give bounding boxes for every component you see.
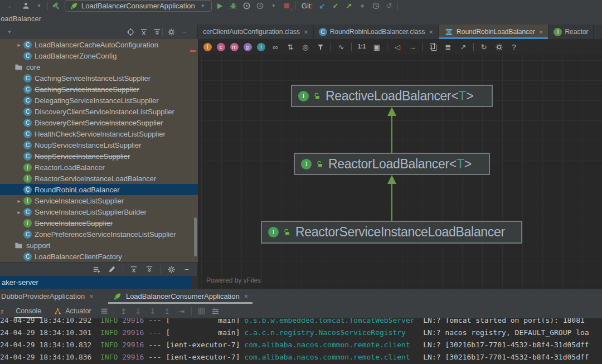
scroll-to-end-icon[interactable]: ↧ <box>148 306 158 316</box>
service-item[interactable]: aker-server <box>0 276 192 289</box>
tree-item-serviceinstancelistsupplierbuilder[interactable]: ▸CServiceInstanceListSupplierBuilder <box>0 206 198 217</box>
tree-item-delegatingserviceinstancelistsupplier[interactable]: CDelegatingServiceInstanceListSupplier <box>0 95 198 106</box>
diagram-node-reactorserviceinstanceloadbalancer[interactable]: IReactorServiceInstanceLoadBalancer <box>261 221 522 244</box>
show-properties-button[interactable]: p <box>244 43 252 51</box>
hide-icon[interactable]: − <box>182 264 192 274</box>
play-icon[interactable] <box>215 1 225 11</box>
user-icon[interactable] <box>21 1 31 11</box>
filter-icon[interactable] <box>315 42 326 52</box>
editor-tab-cerclientautoconfiguration-class[interactable]: cerClientAutoConfiguration.class× <box>198 25 314 39</box>
locate-icon[interactable] <box>125 27 135 37</box>
sort-icon[interactable]: ⇅ <box>285 42 295 52</box>
editor-tab-roundrobinloadbalancer-class[interactable]: CRoundRobinLoadBalancer.class× <box>314 25 439 39</box>
tree-item-roundrobinloadbalancer[interactable]: CRoundRobinLoadBalancer <box>0 184 198 195</box>
expand-all-icon[interactable] <box>152 27 162 37</box>
close-icon[interactable]: × <box>539 28 543 36</box>
chevron-down-icon[interactable]: ▾ <box>34 1 44 11</box>
close-icon[interactable]: × <box>89 293 94 300</box>
profiler-icon[interactable] <box>255 1 265 11</box>
console-tab-console[interactable]: Console <box>12 304 45 318</box>
tree-item-cachingserviceinstancesupplier[interactable]: CCachingServiceInstanceSupplier <box>0 84 198 95</box>
tree-item-reactorserviceinstanceloadbalancer[interactable]: IReactorServiceInstanceLoadBalancer <box>0 173 198 184</box>
diagram-canvas[interactable]: Powered by yFiles IReactiveLoadBalancer<… <box>198 55 602 289</box>
show-fields-button[interactable]: f <box>203 43 212 51</box>
export-icon[interactable]: ↗ <box>458 42 468 52</box>
chevron-right-icon[interactable]: ▸ <box>14 209 23 215</box>
refresh-icon[interactable]: ↻ <box>479 42 489 52</box>
diagram-node-reactorloadbalancer[interactable]: IReactorLoadBalancer<T> <box>294 153 490 175</box>
grid-icon[interactable] <box>196 306 206 316</box>
scope-list-icon[interactable]: ≣ <box>443 42 453 52</box>
breadcrumb[interactable]: oadBalancer <box>0 14 41 23</box>
scroll-down-icon[interactable]: ↧ <box>133 306 143 316</box>
edit-icon[interactable] <box>107 264 117 274</box>
tree-item-discoveryclientserviceinstancesupplier[interactable]: CDiscoveryClientServiceInstanceSupplier <box>0 117 198 128</box>
chevron-down-icon[interactable]: ▾ <box>4 27 14 37</box>
show-methods-button[interactable]: m <box>230 43 239 51</box>
run-tab-loadbalancerconsumerapplication[interactable]: LoadBalancerConsumerApplication× <box>108 289 253 304</box>
gear-icon[interactable] <box>166 264 176 274</box>
tree-item-cachingserviceinstancelistsupplier[interactable]: CCachingServiceInstanceListSupplier <box>0 72 198 84</box>
run-configuration-select[interactable]: LoadBalancerConsumerApplication▾ <box>65 0 212 12</box>
run-tab-dubboproviderapplication[interactable]: DubboProviderApplication× <box>0 289 98 304</box>
tree-scrollbar[interactable] <box>194 217 197 256</box>
help-icon[interactable]: ? <box>509 42 519 52</box>
stop-icon[interactable] <box>282 1 292 11</box>
forward-icon[interactable]: → <box>3 1 13 11</box>
zoom-search-icon[interactable]: ◎ <box>300 42 310 52</box>
soft-wrap-icon[interactable]: ⇥ <box>177 306 187 316</box>
close-icon[interactable]: × <box>244 293 249 300</box>
tree-item-loadbalancerclientfactory[interactable]: CLoadBalancerClientFactory <box>0 251 198 262</box>
console-log[interactable]: 24-04-29 18:34:10.292 INFO 29916 --- [ m… <box>0 318 602 364</box>
close-icon[interactable]: × <box>429 28 433 36</box>
link-icon[interactable]: ∞ <box>270 42 280 52</box>
git-rollback-icon[interactable]: ↺ <box>384 1 394 11</box>
show-constructors-button[interactable]: c <box>217 43 225 51</box>
settings-sliders-icon[interactable] <box>211 306 221 316</box>
git-push-icon[interactable]: ↗ <box>344 1 354 11</box>
fit-content-icon[interactable]: ▣ <box>372 42 382 52</box>
tree-item-reactorloadbalancer[interactable]: IReactorLoadBalancer <box>0 162 198 173</box>
layout-icon[interactable]: ◁ <box>392 42 402 52</box>
one-to-one-icon[interactable]: 1:1 <box>357 42 367 52</box>
close-icon[interactable]: × <box>304 28 308 36</box>
add-watch-icon[interactable] <box>91 264 101 274</box>
tree-item-support[interactable]: support <box>0 240 198 251</box>
tree-item-zonepreferenceserviceinstancelistsupplier[interactable]: CZonePreferenceServiceInstanceListSuppli… <box>0 229 198 240</box>
tree-item-discoveryclientserviceinstancelistsupplier[interactable]: CDiscoveryClientServiceInstanceListSuppl… <box>0 106 198 117</box>
git-history-icon[interactable] <box>371 1 381 11</box>
tree-item-healthcheckserviceinstancelistsupplier[interactable]: CHealthCheckServiceInstanceListSupplier <box>0 128 198 139</box>
diagram-node-reactiveloadbalancer[interactable]: IReactiveLoadBalancer<T> <box>291 85 493 107</box>
git-commit-icon[interactable]: ✓ <box>331 1 341 11</box>
scroll-to-top-icon[interactable]: ↥ <box>119 306 129 316</box>
scroll-up-icon[interactable]: ↥ <box>162 306 172 316</box>
gear-icon[interactable] <box>166 27 176 37</box>
collapse-all-icon[interactable] <box>139 27 149 37</box>
coverage-icon[interactable] <box>242 1 252 11</box>
git-cherry-icon[interactable]: ◆ <box>357 1 367 11</box>
edge-style-icon[interactable]: ∿ <box>336 42 346 52</box>
jump-to-source-icon[interactable]: → <box>407 42 417 52</box>
gear-icon[interactable] <box>494 42 504 52</box>
debug-icon[interactable] <box>229 1 239 11</box>
tree-item-core[interactable]: core <box>0 61 198 72</box>
chevron-right-icon[interactable]: ▸ <box>14 42 23 48</box>
tree-item-loadbalancerzoneconfig[interactable]: CLoadBalancerZoneConfig <box>0 50 198 61</box>
chevron-down-icon[interactable]: ▾ <box>269 1 279 11</box>
copy-icon[interactable] <box>428 42 438 52</box>
menu-icon[interactable] <box>99 306 109 316</box>
tree-item-serviceinstancelistsupplier[interactable]: ▸IServiceInstanceListSupplier <box>0 195 198 206</box>
tree-item-loadbalancercacheautoconfiguration[interactable]: ▸CLoadBalancerCacheAutoConfiguration <box>0 39 198 50</box>
console-tab-actuator[interactable]: Actuator <box>49 304 95 318</box>
hammer-icon[interactable] <box>51 1 61 11</box>
chevron-right-icon[interactable]: ▸ <box>14 198 23 204</box>
editor-tab-reactor[interactable]: IReactor <box>548 25 594 39</box>
show-inner-classes-button[interactable]: I <box>257 43 265 51</box>
tree-item-noopserviceinstancelistsupplier[interactable]: CNoopServiceInstanceListSupplier <box>0 139 198 151</box>
collapse-all-icon[interactable] <box>129 264 139 274</box>
git-update-icon[interactable]: ↙ <box>317 1 327 11</box>
hide-icon[interactable]: − <box>179 27 190 37</box>
expand-all-icon[interactable] <box>144 264 154 274</box>
tree-item-noopserviceinstancesupplier[interactable]: CNoopServiceInstanceSupplier <box>0 151 198 162</box>
editor-tab-roundrobinloadbalancer[interactable]: RoundRobinLoadBalancer× <box>439 25 548 39</box>
